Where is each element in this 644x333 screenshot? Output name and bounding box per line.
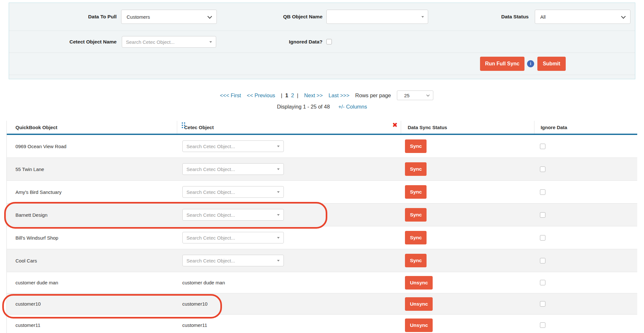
ignored-data-label: Ignored Data? [215,39,322,45]
ignore-data-checkbox[interactable] [540,280,545,285]
ignored-data-checkbox[interactable] [326,39,332,44]
quickbook-object-cell: customer11 [7,315,177,333]
data-sync-status-cell: Sync [401,204,534,226]
data-to-pull-label: Data To Pull [9,14,117,20]
data-sync-status-cell: Sync [401,249,534,272]
pagination-previous-link[interactable]: << Previous [247,92,275,99]
header-quickbook-object: QuickBook Object [7,121,177,134]
ignore-data-cell [534,135,637,157]
ignore-data-cell [534,293,637,314]
sync-table: QuickBook Object Cetec Object ✖ Data Syn… [6,121,637,333]
search-placeholder: Search Cetec Object... [187,189,235,195]
table-row: 55 Twin Lane Search Cetec Object... Sync [7,158,637,181]
cetec-object-cell: customer dude man [177,272,401,293]
pagination-pages: | 1 2 | [281,92,298,99]
cetec-object-text: customer dude man [182,280,225,285]
data-sync-status-cell: Sync [401,158,534,180]
pagination-next-link[interactable]: Next >> [304,92,323,99]
cetec-object-name-search-select[interactable]: Search Cetec Object... [122,36,216,48]
data-sync-status-cell: Sync [401,226,534,249]
filter-panel: Data To Pull Customers QB Object Name Da… [9,3,635,79]
table-row: Barnett Design Search Cetec Object... Sy… [7,204,637,226]
chevron-down-icon [277,168,280,170]
data-sync-status-cell: Unsync [401,272,534,293]
header-cetec-object: Cetec Object ✖ [177,121,401,134]
sync-status-button[interactable]: Unsync [405,319,433,332]
chevron-down-icon [277,191,280,193]
rows-per-page-label: Rows per page [355,92,391,99]
cetec-object-cell: Search Cetec Object... [177,204,401,226]
qb-object-name-select[interactable] [326,10,428,24]
sync-status-button[interactable]: Unsync [405,276,433,290]
cetec-object-cell: customer10 [177,293,401,314]
columns-toggle-link[interactable]: +/- Columns [338,104,367,110]
ignore-data-checkbox[interactable] [540,144,545,149]
filter-actions-row: Run Full Sync i Submit [9,52,635,75]
data-status-select[interactable]: All [535,10,630,24]
cetec-object-search-select[interactable]: Search Cetec Object... [182,209,284,221]
sync-status-button[interactable]: Sync [405,139,427,153]
table-row: customer11 customer11 Unsync [7,315,637,333]
data-sync-status-cell: Unsync [401,293,534,314]
drag-handle-icon[interactable] [182,122,183,124]
rows-per-page-select[interactable]: 25 [397,90,433,100]
ignore-data-checkbox[interactable] [540,301,545,307]
ignore-data-cell [534,315,637,333]
pagination-current-page: 1 [285,92,288,99]
cetec-object-cell: Search Cetec Object... [177,249,401,272]
data-sync-status-cell: Sync [401,135,534,157]
table-body: 0969 Ocean View Road Search Cetec Object… [7,135,637,333]
pagination-first-link[interactable]: <<< First [220,92,241,99]
quickbook-object-text: customer11 [15,322,40,328]
search-placeholder: Search Cetec Object... [187,166,235,172]
quickbook-object-cell: customer10 [7,293,177,314]
header-ignore-data: Ignore Data [534,121,637,134]
cetec-object-cell: Search Cetec Object... [177,226,401,249]
search-placeholder: Search Cetec Object... [187,235,235,241]
filter-panel-footer [9,75,635,79]
cetec-object-search-select[interactable]: Search Cetec Object... [182,163,284,175]
ignore-data-checkbox[interactable] [540,212,545,218]
sync-status-button[interactable]: Sync [405,254,427,267]
cetec-object-search-select[interactable]: Search Cetec Object... [182,232,284,243]
quickbook-object-text: 0969 Ocean View Road [15,144,66,149]
chevron-down-icon [277,237,280,239]
pagination-last-link[interactable]: Last >>> [329,92,350,99]
quickbook-object-text: customer dude man [15,280,58,285]
cetec-object-search-select[interactable]: Search Cetec Object... [182,255,284,266]
ignore-data-checkbox[interactable] [540,235,545,241]
run-full-sync-button[interactable]: Run Full Sync [480,57,524,71]
table-header: QuickBook Object Cetec Object ✖ Data Syn… [7,121,637,135]
sync-status-button[interactable]: Sync [405,162,427,176]
quickbook-object-cell: Cool Cars [7,249,177,272]
ignore-data-checkbox[interactable] [540,258,545,263]
quickbook-object-cell: customer dude man [7,272,177,293]
quickbook-object-text: Barnett Design [15,212,47,218]
sync-status-button[interactable]: Sync [405,231,427,244]
ignore-data-checkbox[interactable] [540,322,545,328]
chevron-down-icon [277,214,280,216]
pagination-page-2-link[interactable]: 2 [291,92,294,99]
quickbook-object-cell: Amy's Bird Sanctuary [7,181,177,203]
cetec-object-search-select[interactable]: Search Cetec Object... [182,140,284,152]
ignore-data-checkbox[interactable] [540,166,545,172]
cetec-object-search-select[interactable]: Search Cetec Object... [182,186,284,198]
info-icon[interactable]: i [527,60,534,67]
sync-status-button[interactable]: Sync [405,208,427,222]
submit-button[interactable]: Submit [537,57,566,71]
ignore-data-checkbox[interactable] [540,189,545,195]
sync-status-button[interactable]: Unsync [405,297,433,311]
cetec-object-cell: Search Cetec Object... [177,181,401,203]
sync-status-button[interactable]: Sync [405,185,427,199]
data-status-value: All [540,14,546,20]
search-placeholder: Search Cetec Object... [126,39,175,45]
data-to-pull-select[interactable]: Customers [121,10,217,24]
quickbook-object-text: Cool Cars [15,258,37,263]
table-row: 0969 Ocean View Road Search Cetec Object… [7,135,637,158]
ignore-data-cell [534,158,637,180]
chevron-down-icon [277,260,280,262]
header-label: QuickBook Object [15,125,57,130]
remove-column-icon[interactable]: ✖ [392,122,398,128]
ignore-data-cell [534,181,637,203]
quickbook-object-text: Amy's Bird Sanctuary [15,189,62,195]
